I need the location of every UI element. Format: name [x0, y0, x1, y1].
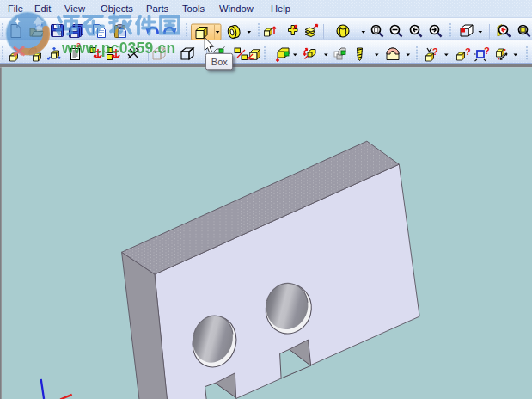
- svg-text:Tools: Tools: [182, 3, 205, 14]
- svg-text:www.pc0359.cn: www.pc0359.cn: [61, 40, 175, 57]
- svg-text:Help: Help: [271, 3, 290, 14]
- svg-text:?: ?: [484, 46, 490, 56]
- svg-text:Edit: Edit: [34, 3, 52, 14]
- svg-text:?: ?: [432, 46, 438, 57]
- svg-text:?: ?: [465, 46, 471, 57]
- svg-text:Objects: Objects: [101, 3, 133, 14]
- svg-text:Parts: Parts: [146, 3, 169, 14]
- svg-text:View: View: [64, 3, 86, 14]
- svg-text:Box: Box: [211, 57, 228, 67]
- svg-text:Window: Window: [219, 3, 254, 14]
- svg-text:File: File: [8, 3, 23, 14]
